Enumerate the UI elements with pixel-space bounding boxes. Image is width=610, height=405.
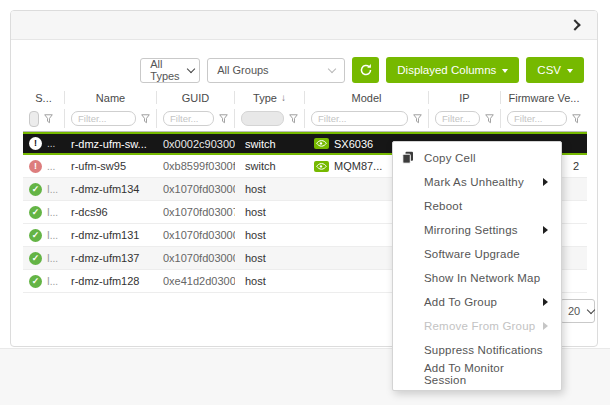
cell-type: switch bbox=[235, 160, 305, 172]
nvidia-logo-icon bbox=[314, 138, 329, 149]
cell-name: r-dmz-ufm131 bbox=[65, 229, 157, 241]
context-menu-item-suppress-notifications[interactable]: Suppress Notifications bbox=[393, 338, 561, 362]
severity-text: I... bbox=[47, 230, 58, 241]
severity-filter-input[interactable] bbox=[29, 111, 39, 127]
column-header-severity[interactable]: S... bbox=[23, 91, 65, 104]
cell-guid: 0xb8599f0300f... bbox=[157, 160, 235, 172]
nvidia-logo-icon bbox=[314, 161, 329, 172]
context-menu-item-mark-as-unhealthy[interactable]: Mark As Unhealthy bbox=[393, 170, 561, 194]
context-menu-item-software-upgrade[interactable]: Software Upgrade bbox=[393, 242, 561, 266]
filter-funnel-icon[interactable] bbox=[413, 114, 422, 124]
column-header-ip[interactable]: IP bbox=[429, 91, 501, 104]
collapse-panel-icon[interactable] bbox=[569, 19, 580, 30]
context-menu-item-add-to-group[interactable]: Add To Group bbox=[393, 290, 561, 314]
cell-type: switch bbox=[235, 138, 305, 150]
cell-name: r-dcs96 bbox=[65, 206, 157, 218]
table-toolbar: All Types All Groups Displayed Columns C… bbox=[140, 57, 584, 83]
context-menu-item-show-in-network-map[interactable]: Show In Network Map bbox=[393, 266, 561, 290]
column-header-name[interactable]: Name bbox=[65, 91, 157, 104]
context-menu-item-remove-from-group: Remove From Group bbox=[393, 314, 561, 338]
column-label: GUID bbox=[182, 92, 210, 104]
submenu-arrow-icon bbox=[543, 322, 548, 330]
guid-text: 0xe41d2d0300... bbox=[163, 275, 235, 287]
page-size-select[interactable]: 20 bbox=[560, 299, 595, 323]
guid-text: 0x0002c90300... bbox=[163, 138, 235, 150]
severity-info-icon: ✓ bbox=[29, 229, 42, 242]
column-label: IP bbox=[459, 92, 469, 104]
filter-cell-severity bbox=[23, 109, 65, 128]
page-size-value: 20 bbox=[568, 305, 580, 317]
cell-name: r-dmz-ufm-sw... bbox=[65, 138, 157, 150]
copy-icon bbox=[402, 151, 414, 164]
filter-cell-guid bbox=[157, 109, 235, 128]
context-menu: Copy CellMark As UnhealthyRebootMirrorin… bbox=[392, 141, 562, 391]
displayed-columns-button[interactable]: Displayed Columns bbox=[386, 57, 519, 83]
cell-type: host bbox=[235, 229, 305, 241]
cell-name: r-dmz-ufm134 bbox=[65, 183, 157, 195]
cell-name: r-ufm-sw95 bbox=[65, 160, 157, 172]
submenu-arrow-icon bbox=[543, 226, 548, 234]
filter-input-name[interactable] bbox=[71, 111, 136, 126]
csv-label: CSV bbox=[537, 64, 561, 76]
column-header-firmware[interactable]: Firmware Ve... bbox=[501, 91, 587, 104]
cell-severity: !... bbox=[23, 137, 65, 150]
filter-funnel-icon[interactable] bbox=[141, 114, 150, 124]
cell-guid: 0x1070fd03000... bbox=[157, 229, 235, 241]
cell-guid: 0x1070fd03000... bbox=[157, 252, 235, 264]
group-filter-select[interactable]: All Groups bbox=[207, 58, 345, 83]
context-menu-item-label: Reboot bbox=[424, 200, 462, 212]
filter-input-model[interactable] bbox=[311, 111, 408, 126]
cell-guid: 0x1070fd03000... bbox=[157, 183, 235, 195]
cell-severity: !... bbox=[23, 160, 65, 173]
context-menu-item-label: Mirroring Settings bbox=[424, 224, 518, 236]
context-menu-item-label: Add To Monitor Session bbox=[424, 362, 548, 386]
cell-severity: ✓I... bbox=[23, 252, 65, 265]
guid-text: 0x1070fd03000... bbox=[163, 183, 235, 195]
submenu-arrow-icon bbox=[543, 298, 548, 306]
submenu-arrow-icon bbox=[543, 178, 548, 186]
type-filter-select[interactable]: All Types bbox=[140, 58, 200, 83]
column-header-guid[interactable]: GUID bbox=[157, 91, 235, 104]
context-menu-item-mirroring-settings[interactable]: Mirroring Settings bbox=[393, 218, 561, 242]
cell-guid: 0x1070fd03007... bbox=[157, 206, 235, 218]
caret-down-icon bbox=[567, 69, 573, 73]
context-menu-item-label: Add To Group bbox=[424, 296, 497, 308]
severity-text: ... bbox=[47, 161, 55, 172]
model-text: SX6036 bbox=[334, 138, 373, 150]
filter-input-firmware[interactable] bbox=[507, 111, 567, 126]
context-menu-item-reboot[interactable]: Reboot bbox=[393, 194, 561, 218]
filter-cell-type bbox=[235, 109, 305, 128]
filter-funnel-icon[interactable] bbox=[289, 114, 298, 124]
cell-guid: 0xe41d2d0300... bbox=[157, 275, 235, 287]
cell-type: host bbox=[235, 252, 305, 264]
column-header-type[interactable]: Type↓ bbox=[235, 91, 305, 104]
context-menu-item-label: Mark As Unhealthy bbox=[424, 176, 524, 188]
guid-text: 0x1070fd03000... bbox=[163, 252, 235, 264]
filter-input-type bbox=[241, 111, 284, 126]
refresh-button[interactable] bbox=[352, 57, 379, 83]
csv-button[interactable]: CSV bbox=[526, 57, 584, 83]
severity-text: I... bbox=[47, 207, 58, 218]
cell-type: host bbox=[235, 275, 305, 287]
column-label: S... bbox=[35, 92, 52, 104]
cell-type: host bbox=[235, 206, 305, 218]
type-filter-value: All Types bbox=[150, 58, 179, 82]
context-menu-item-add-to-monitor-session[interactable]: Add To Monitor Session bbox=[393, 362, 561, 386]
filter-cell-name bbox=[65, 109, 157, 128]
cell-severity: ✓I... bbox=[23, 183, 65, 196]
severity-info-icon: ✓ bbox=[29, 275, 42, 288]
chevron-down-icon bbox=[186, 64, 194, 72]
filter-funnel-icon[interactable] bbox=[572, 114, 581, 124]
filter-funnel-icon[interactable] bbox=[219, 114, 228, 124]
filter-funnel-icon[interactable] bbox=[485, 114, 494, 124]
model-text: MQM87... bbox=[334, 160, 382, 172]
filter-input-ip[interactable] bbox=[435, 111, 480, 126]
column-header-model[interactable]: Model bbox=[305, 91, 429, 104]
filter-funnel-icon[interactable] bbox=[44, 114, 53, 124]
column-label: Name bbox=[96, 92, 125, 104]
guid-text: 0x1070fd03007... bbox=[163, 206, 235, 218]
filter-input-guid[interactable] bbox=[163, 111, 214, 126]
severity-text: I... bbox=[47, 253, 58, 264]
severity-info-icon: ✓ bbox=[29, 252, 42, 265]
context-menu-item-copy-cell[interactable]: Copy Cell bbox=[393, 146, 561, 170]
